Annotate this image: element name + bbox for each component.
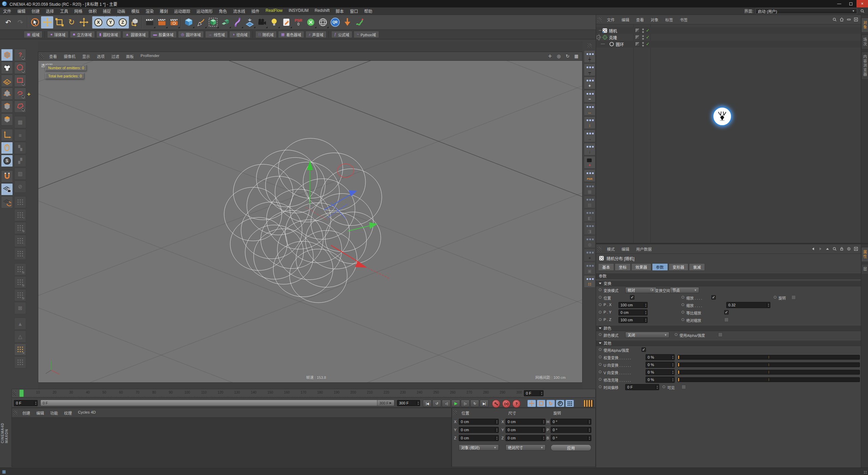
transform-space-dropdown[interactable]: 节点▼ bbox=[670, 287, 699, 293]
toggle-views-icon[interactable]: ▦ bbox=[573, 54, 579, 59]
py-field[interactable]: 0 cm▲▼ bbox=[618, 309, 648, 316]
layer-box[interactable] bbox=[635, 35, 640, 40]
interface-dropdown[interactable]: 启动 (用户)▼ bbox=[755, 8, 857, 14]
anim-dot-icon[interactable] bbox=[682, 311, 684, 314]
scale-tool[interactable] bbox=[53, 16, 65, 28]
point-dots-eye-tool-1[interactable]: ◉ bbox=[14, 263, 26, 276]
points-mode-button[interactable] bbox=[1, 88, 13, 100]
mograph-menu-button[interactable] bbox=[304, 16, 317, 28]
attribute-tab-基本[interactable]: 基本 bbox=[598, 263, 614, 271]
use-alpha-strength-checkbox[interactable]: ✓ bbox=[642, 347, 646, 352]
attribute-tab-效果器[interactable]: 效果器 bbox=[631, 263, 651, 271]
px-field[interactable]: 100 cm▲▼ bbox=[618, 302, 648, 308]
color-mode-dropdown[interactable]: 关闭▼ bbox=[625, 332, 669, 338]
menu-item-帮助[interactable]: 帮助 bbox=[361, 8, 375, 14]
add-generator-button[interactable] bbox=[207, 16, 219, 28]
next-frame-button[interactable]: ▷ bbox=[461, 400, 470, 407]
anim-dot-icon[interactable] bbox=[599, 385, 601, 388]
menu-item-功能[interactable]: 功能 bbox=[47, 410, 61, 416]
record-keyframe-button[interactable] bbox=[492, 400, 500, 408]
dim-inner-extrude-tool[interactable]: ▞ bbox=[14, 155, 26, 167]
maximize-button[interactable] bbox=[845, 0, 856, 7]
menu-item-ProRender[interactable]: ProRender bbox=[137, 54, 163, 59]
menu-item-体积[interactable]: 体积 bbox=[85, 8, 100, 14]
timeline-ruler[interactable]: 0102030405060708090100110120130140150160… bbox=[12, 389, 596, 398]
menu-item-书签[interactable]: 书签 bbox=[676, 17, 691, 22]
node-align-horizontal-button[interactable]: ┯ bbox=[584, 63, 595, 76]
menu-item-工具[interactable]: 工具 bbox=[57, 8, 71, 14]
key-parameter-toggle[interactable]: P bbox=[556, 400, 565, 407]
next-key-button[interactable]: ↻ bbox=[470, 400, 479, 407]
new-panel-icon[interactable] bbox=[853, 246, 859, 252]
menu-item-运动图形[interactable]: 运动图形 bbox=[193, 8, 216, 14]
hex-dots-tool[interactable] bbox=[14, 356, 26, 368]
node-align-vertical-button[interactable]: ┿ bbox=[584, 50, 595, 63]
minimize-button[interactable]: — bbox=[833, 0, 845, 7]
size-mode-dropdown[interactable]: 绝对尺寸▼ bbox=[506, 444, 546, 451]
anim-dot-icon[interactable] bbox=[682, 296, 684, 299]
enable-axis-button[interactable] bbox=[1, 129, 13, 141]
strip-tool-16[interactable]: ● bbox=[584, 249, 595, 261]
magnet-snap-button[interactable] bbox=[1, 170, 13, 183]
history-forward-icon[interactable] bbox=[817, 246, 823, 252]
menu-item-捕捉[interactable]: 捕捉 bbox=[100, 8, 114, 14]
point-dots-eye-tool-2[interactable]: ◉ bbox=[14, 276, 26, 288]
enable-check-icon[interactable]: ✓ bbox=[646, 41, 650, 46]
lock-y-axis-button[interactable]: Y bbox=[104, 16, 117, 28]
key-rotation-toggle[interactable]: ↻ bbox=[546, 400, 555, 407]
attribute-tab-坐标[interactable]: 坐标 bbox=[615, 263, 631, 271]
object-row-圆环[interactable]: 圆环✓ bbox=[596, 41, 861, 48]
field-button-圆柱体域[interactable]: ▮圆柱体域 bbox=[96, 31, 121, 38]
coord-旋转-B-field[interactable]: 0 °▲▼ bbox=[551, 435, 591, 441]
add-deformer-button[interactable] bbox=[231, 16, 243, 28]
field-button-公式域[interactable]: ƒ公式域 bbox=[331, 31, 352, 38]
model-mode-button[interactable] bbox=[1, 49, 13, 61]
menu-item-雕刻[interactable]: 雕刻 bbox=[157, 8, 171, 14]
keyframe-selection-button[interactable] bbox=[584, 400, 594, 407]
menu-item-文件[interactable]: 文件 bbox=[0, 8, 14, 14]
modify-clone-field[interactable]: 0 %▲▼ bbox=[646, 377, 675, 383]
menu-item-脚本[interactable]: 脚本 bbox=[333, 8, 347, 14]
camera-add-button[interactable]: + bbox=[584, 156, 595, 169]
anim-dot-icon[interactable] bbox=[682, 303, 684, 306]
uniform-scale-checkbox[interactable]: ✓ bbox=[724, 310, 729, 315]
drag-handle[interactable] bbox=[13, 411, 17, 415]
field-button-组域[interactable]: ▣组域 bbox=[24, 31, 42, 38]
node-remove-button[interactable]: − bbox=[584, 90, 595, 102]
strip-tool-11[interactable]: ▦ bbox=[584, 183, 595, 195]
field-button-Python域[interactable]: ~Python域 bbox=[354, 31, 379, 38]
menu-item-角色[interactable]: 角色 bbox=[216, 8, 230, 14]
qr-plugin-button[interactable]: QR bbox=[329, 16, 341, 28]
field-button-圆锥体域[interactable]: ▲圆锥体域 bbox=[122, 31, 149, 38]
psr-transfer-button[interactable]: PSR0 bbox=[292, 16, 304, 28]
field-button-声音域[interactable]: ♪声音域 bbox=[305, 31, 327, 38]
field-button-圆环体域[interactable]: ◎圆环体域 bbox=[178, 31, 204, 38]
scale-value-field[interactable]: 0.32▲▼ bbox=[726, 302, 770, 308]
dim-sphere-tool[interactable]: ⊘ bbox=[14, 180, 26, 193]
key-position-toggle[interactable] bbox=[527, 400, 536, 407]
record-options-button[interactable]: ? bbox=[512, 400, 520, 408]
absolute-scale-checkbox[interactable] bbox=[724, 318, 729, 322]
nexus-plugin-button[interactable] bbox=[353, 16, 366, 28]
end-frame-spinner[interactable]: 300 F▲▼ bbox=[397, 400, 420, 406]
playhead[interactable] bbox=[19, 390, 24, 397]
field-button-着色器域[interactable]: ▦着色器域 bbox=[278, 31, 304, 38]
menu-item-Redshift[interactable]: Redshift bbox=[312, 8, 333, 14]
coordinate-mode-dropdown[interactable]: 对象 (相对)▼ bbox=[459, 444, 499, 451]
snap-s-button[interactable]: S bbox=[1, 155, 13, 167]
drag-handle[interactable] bbox=[597, 247, 601, 251]
add-modeling-object-button[interactable] bbox=[219, 16, 231, 28]
field-button-随机域[interactable]: ∷随机域 bbox=[255, 31, 277, 38]
attribute-tab-衰减[interactable]: 衰减 bbox=[689, 263, 705, 271]
lasso-selection-tool[interactable] bbox=[14, 88, 26, 100]
anim-dot-icon[interactable] bbox=[675, 333, 677, 336]
time-offset-field[interactable]: 0 F▲▼ bbox=[625, 384, 659, 390]
lock-icon[interactable] bbox=[839, 246, 845, 252]
track-target-icon[interactable] bbox=[846, 246, 852, 252]
field-button-球体域[interactable]: ●球体域 bbox=[47, 31, 68, 38]
prev-frame-button[interactable]: ◁ bbox=[442, 400, 451, 407]
menu-item-显示[interactable]: 显示 bbox=[79, 54, 94, 59]
render-queue-button[interactable] bbox=[168, 16, 180, 28]
workplane-mode-button[interactable] bbox=[1, 75, 13, 87]
field-button-线性域[interactable]: →线性域 bbox=[205, 31, 228, 38]
